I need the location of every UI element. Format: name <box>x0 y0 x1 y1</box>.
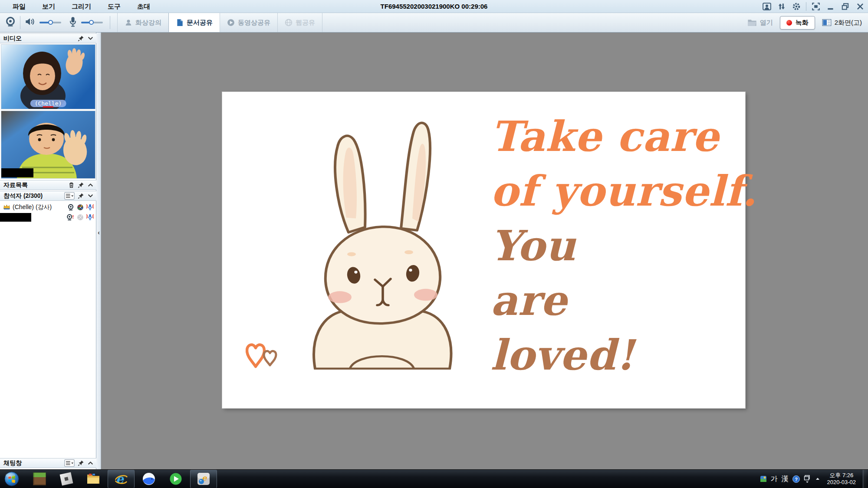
chevron-down-icon[interactable] <box>87 35 94 42</box>
chat-panel-title: 채팅창 <box>3 459 22 467</box>
sidebar-collapse-button[interactable]: ‹ <box>96 227 101 238</box>
tab-web-share[interactable]: 웹공유 <box>277 13 322 32</box>
av-controls <box>0 13 115 32</box>
start-button[interactable] <box>3 471 20 487</box>
ime-korean-indicator[interactable]: 가 <box>771 475 778 484</box>
menubar: 파일 보기 그리기 도구 초대 <box>0 0 158 13</box>
menu-view[interactable]: 보기 <box>34 0 63 13</box>
menu-tools[interactable]: 도구 <box>99 0 129 13</box>
swap-arrows-icon[interactable] <box>776 2 787 11</box>
menu-file[interactable]: 파일 <box>4 0 34 13</box>
person-icon <box>125 19 132 26</box>
quote-line: Take care <box>490 109 757 164</box>
settings-gear-icon[interactable] <box>791 2 802 11</box>
taskbar-app-explorer[interactable] <box>80 470 107 488</box>
taskbar-app-roblox[interactable] <box>53 470 80 488</box>
tab-label: 동영상공유 <box>238 19 270 27</box>
show-hidden-icons-button[interactable] <box>815 476 821 482</box>
mic-active-icon[interactable] <box>86 213 94 221</box>
ime-hanja-indicator[interactable]: 漢 <box>782 475 789 484</box>
split-screen-icon <box>822 19 832 26</box>
webcam1-name-label: (Chelle) <box>30 100 66 107</box>
taskbar-app-video-player[interactable] <box>162 470 189 488</box>
tab-document-share[interactable]: 문서공유 <box>168 13 220 32</box>
quote-line: loved! <box>490 328 757 383</box>
show-desktop-button[interactable] <box>863 470 868 488</box>
chevron-down-icon[interactable] <box>87 193 94 199</box>
taskbar-app-whale-browser[interactable] <box>135 470 162 488</box>
microphone-icon[interactable] <box>69 16 77 29</box>
open-button[interactable]: 열기 <box>747 19 773 27</box>
webcam-alert-icon[interactable]: ! <box>66 214 74 221</box>
chat-panel-header[interactable]: 채팅창 <box>0 458 96 468</box>
taskbar-app-internet-explorer[interactable]: e <box>108 470 135 488</box>
materials-panel-header[interactable]: 자료목록 <box>0 180 96 190</box>
window-controls <box>762 0 865 13</box>
open-label: 열기 <box>760 19 773 27</box>
webcam-video-instructor[interactable]: (Chelle) <box>1 44 95 109</box>
restore-button[interactable] <box>840 2 851 11</box>
tab-video-lecture[interactable]: 화상강의 <box>117 13 168 32</box>
webcam-icon[interactable] <box>5 16 16 29</box>
menu-draw[interactable]: 그리기 <box>63 0 99 13</box>
ime-toolbar-icon[interactable] <box>804 475 811 483</box>
trash-icon[interactable] <box>68 182 75 188</box>
hearts-icon <box>246 342 293 376</box>
record-dot-icon <box>786 20 792 26</box>
mic-slider-knob[interactable] <box>89 20 94 25</box>
materials-panel-title: 자료목록 <box>3 181 28 189</box>
system-tray: 가 漢 ? 오후 7:26 2020-03-02 <box>760 470 868 488</box>
pin-icon[interactable] <box>78 182 84 188</box>
volume-slider-knob[interactable] <box>48 20 53 25</box>
folder-icon <box>86 473 100 485</box>
toolbar: 화상강의 문서공유 동영상공유 웹공유 열기 녹화 <box>0 13 868 33</box>
presentation-slide[interactable]: Take care of yourself. You are loved! <box>222 92 745 408</box>
tab-label: 문서공유 <box>187 19 213 27</box>
censored-participant-name <box>0 213 31 222</box>
record-button[interactable]: 녹화 <box>780 16 815 29</box>
whale-icon <box>142 472 155 485</box>
crown-icon <box>3 204 10 210</box>
sidebar-gutter: ‹ <box>96 33 101 469</box>
draw-palette-disabled-icon[interactable] <box>77 214 84 221</box>
webcam-video-student[interactable] <box>1 111 95 179</box>
video-panel-header[interactable]: 비디오 <box>0 33 96 43</box>
pin-icon[interactable] <box>78 193 84 199</box>
taskbar-app-minecraft[interactable] <box>26 470 53 488</box>
ime-language-icon[interactable] <box>760 475 767 482</box>
close-button[interactable] <box>855 2 865 11</box>
taskbar-app-lecture-client[interactable]: e <box>190 470 217 488</box>
app-window: TF69455202003021900KO 00:29:06 파일 보기 그리기… <box>0 0 868 488</box>
play-app-icon <box>169 472 182 485</box>
chevron-up-icon[interactable] <box>87 460 94 466</box>
participants-panel-header[interactable]: 참석자 (2/300) <box>0 191 96 201</box>
fullscreen-icon[interactable] <box>811 2 821 11</box>
mic-slider[interactable] <box>81 22 103 23</box>
webcam-status-icon[interactable] <box>67 204 74 211</box>
mic-active-icon[interactable] <box>86 203 94 211</box>
video-panel-title: 비디오 <box>3 35 22 43</box>
chevron-up-icon[interactable] <box>87 182 94 188</box>
play-circle-icon <box>227 19 235 26</box>
pin-icon[interactable] <box>78 460 84 466</box>
volume-slider[interactable] <box>39 22 61 23</box>
body-area: 비디오 <box>0 33 868 469</box>
menu-invite[interactable]: 초대 <box>129 0 158 13</box>
taskbar-apps: e e <box>0 470 218 488</box>
list-options-button[interactable] <box>64 459 75 467</box>
list-options-button[interactable] <box>64 192 75 200</box>
pin-icon[interactable] <box>78 35 84 42</box>
draw-palette-icon[interactable] <box>77 204 84 211</box>
tab-video-file-share[interactable]: 동영상공유 <box>220 13 277 32</box>
minimize-button[interactable] <box>825 2 836 11</box>
participant-row-student[interactable]: ! <box>0 212 96 222</box>
dual-screen-button[interactable]: 2화면(고) <box>822 19 862 27</box>
participant-row-instructor[interactable]: (Chelle) (강사) <box>0 202 96 212</box>
divider <box>20 16 20 29</box>
quote-line: You <box>490 219 757 273</box>
speaker-icon[interactable] <box>25 17 35 28</box>
tray-clock[interactable]: 오후 7:26 2020-03-02 <box>827 472 856 486</box>
profile-icon[interactable] <box>762 2 772 11</box>
help-tray-icon[interactable]: ? <box>792 475 800 483</box>
internet-explorer-icon: e <box>114 472 128 486</box>
